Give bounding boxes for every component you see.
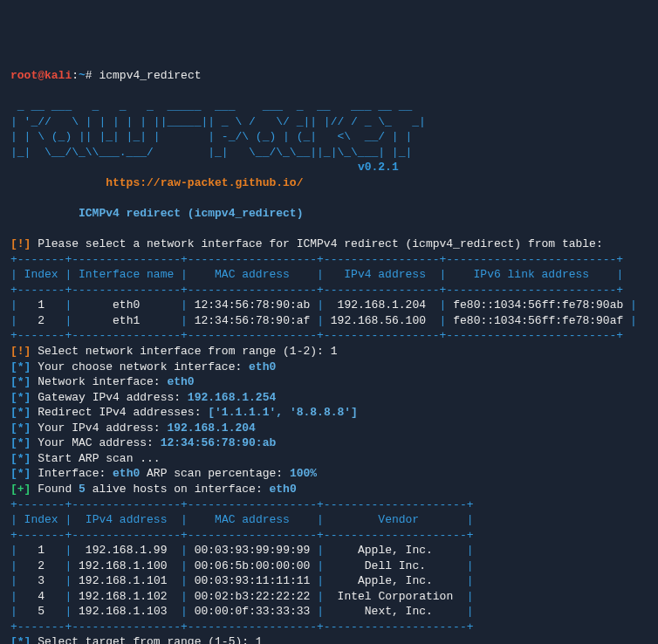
table2-header: | Index | IPv4 address | MAC address | V… xyxy=(10,513,474,526)
script-header: ICMPv4 redirect (icmpv4_redirect) xyxy=(79,207,303,220)
table-row: | 5 | 192.168.1.103 | 00:00:0f:33:33:33 … xyxy=(10,605,474,618)
ascii-logo: _ __ ___ _ _ _ _____ ___ ___ _ __ ___ __… xyxy=(10,99,426,159)
command-text: icmpv4_redirect xyxy=(99,69,201,82)
table-row: | 2 | eth1 | 12:34:56:78:90:af | 192.168… xyxy=(10,314,637,327)
info-marker: [*] xyxy=(10,360,31,373)
table1-header: | Index | Interface name | MAC address |… xyxy=(10,268,623,281)
table-row: | 1 | eth0 | 12:34:56:78:90:ab | 192.168… xyxy=(10,298,637,312)
table-row: | 2 | 192.168.1.100 | 00:06:5b:00:00:00 … xyxy=(10,559,474,572)
table-row: | 3 | 192.168.1.101 | 00:03:93:11:11:11 … xyxy=(10,574,474,587)
table-row: | 4 | 192.168.1.102 | 00:02:b3:22:22:22 … xyxy=(10,590,474,603)
warn-marker: [!] xyxy=(10,237,31,250)
project-url: https://raw-packet.github.io/ xyxy=(106,176,303,189)
plus-marker: [+] xyxy=(10,483,31,496)
terminal-output: root@kali:~# icmpv4_redirect _ __ ___ _ … xyxy=(10,69,637,644)
table-row: | 1 | 192.168.1.99 | 00:03:93:99:99:99 |… xyxy=(10,544,474,557)
prompt-user: root@kali xyxy=(10,69,72,82)
